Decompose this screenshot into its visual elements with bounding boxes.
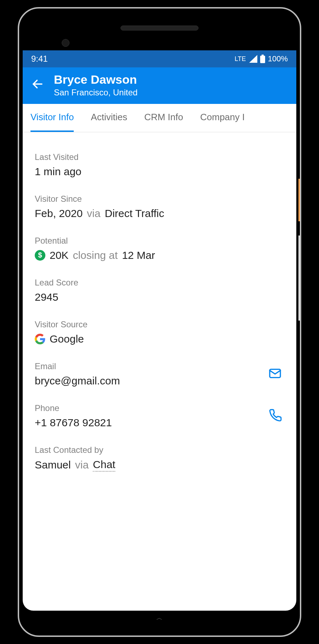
last-contacted-via: via	[75, 459, 89, 471]
visitor-location: San Francisco, United	[54, 88, 138, 98]
label-last-visited: Last Visited	[35, 152, 284, 162]
screen: 9:41 LTE 100% Bryce Dawson San Francisco…	[23, 50, 296, 611]
value-email: bryce@gmail.com	[35, 375, 266, 387]
tab-visitor-info[interactable]: Visitor Info	[30, 104, 74, 132]
power-button	[298, 179, 301, 221]
tab-crm-info[interactable]: CRM Info	[144, 104, 183, 132]
label-phone: Phone	[35, 403, 267, 413]
field-last-contacted: Last Contacted by Samuel via Chat	[35, 445, 284, 472]
visitor-name: Bryce Dawson	[54, 72, 138, 87]
label-lead-score: Lead Score	[35, 278, 284, 288]
value-lead-score: 2945	[35, 291, 284, 303]
nav-hint-icon: ︿	[156, 614, 163, 622]
label-last-contacted: Last Contacted by	[35, 445, 284, 455]
app-bar: Bryce Dawson San Francisco, United	[23, 67, 296, 104]
field-visitor-source: Visitor Source Google	[35, 320, 284, 345]
field-visitor-since: Visitor Since Feb, 2020 via Direct Traff…	[35, 194, 284, 220]
tab-bar: Visitor Info Activities CRM Info Company…	[23, 104, 296, 132]
phone-frame: ︿ 9:41 LTE 100% Bryce Dawson Sa	[18, 7, 301, 637]
value-last-contacted: Samuel via Chat	[35, 459, 284, 472]
tab-activities[interactable]: Activities	[91, 104, 127, 132]
signal-icon	[249, 55, 257, 63]
potential-date: 12 Mar	[122, 249, 155, 261]
label-email: Email	[35, 361, 266, 371]
potential-closing-word: closing at	[73, 249, 118, 261]
network-label: LTE	[235, 55, 246, 63]
value-phone: +1 87678 92821	[35, 417, 267, 429]
field-email: Email bryce@gmail.com	[35, 361, 284, 387]
speaker-grille	[121, 26, 198, 30]
field-potential: Potential $ 20K closing at 12 Mar	[35, 236, 284, 261]
visitor-since-via: via	[87, 207, 100, 220]
value-potential: $ 20K closing at 12 Mar	[35, 249, 284, 261]
field-last-visited: Last Visited 1 min ago	[35, 152, 284, 178]
field-lead-score: Lead Score 2945	[35, 278, 284, 303]
status-right: LTE 100%	[235, 54, 288, 63]
dollar-icon: $	[35, 250, 45, 261]
google-icon	[35, 334, 45, 344]
battery-percent: 100%	[268, 54, 288, 63]
battery-icon	[260, 55, 265, 63]
mail-icon	[268, 366, 282, 381]
front-camera	[62, 39, 69, 47]
header-title-block: Bryce Dawson San Francisco, United	[54, 72, 138, 98]
email-action-button[interactable]	[266, 364, 284, 384]
svg-rect-1	[260, 56, 265, 63]
value-visitor-source: Google	[35, 333, 284, 345]
visitor-since-source: Direct Traffic	[105, 207, 164, 220]
status-bar: 9:41 LTE 100%	[23, 50, 296, 67]
label-potential: Potential	[35, 236, 284, 246]
volume-button	[298, 235, 301, 321]
value-visitor-since: Feb, 2020 via Direct Traffic	[35, 207, 284, 220]
label-visitor-source: Visitor Source	[35, 320, 284, 329]
value-last-visited: 1 min ago	[35, 166, 284, 178]
last-contacted-channel[interactable]: Chat	[93, 459, 115, 472]
visitor-info-content: Last Visited 1 min ago Visitor Since Feb…	[23, 132, 296, 479]
back-button[interactable]	[31, 78, 44, 92]
visitor-source-name: Google	[50, 333, 84, 345]
potential-amount: 20K	[50, 249, 68, 261]
last-contacted-person: Samuel	[35, 459, 71, 471]
phone-action-button[interactable]	[267, 406, 284, 426]
label-visitor-since: Visitor Since	[35, 194, 284, 204]
svg-rect-0	[262, 55, 264, 56]
arrow-left-icon	[31, 78, 44, 90]
status-time: 9:41	[31, 54, 48, 64]
phone-inner: ︿ 9:41 LTE 100% Bryce Dawson Sa	[23, 12, 296, 632]
tab-company-info[interactable]: Company I	[200, 104, 245, 132]
field-phone: Phone +1 87678 92821	[35, 403, 284, 429]
phone-icon	[269, 409, 282, 422]
visitor-since-date: Feb, 2020	[35, 207, 83, 220]
